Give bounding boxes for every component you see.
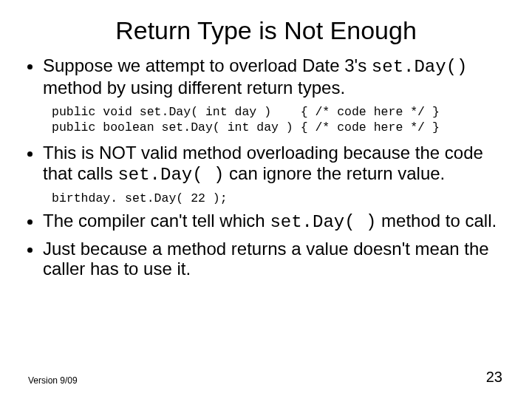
bullet-1-text-b: method by using different return types. <box>43 78 345 98</box>
code1-line2: public boolean set.Day( int day ) { /* c… <box>52 120 440 134</box>
slide-title: Return Type is Not Enough <box>28 16 504 45</box>
code2-line1: birthday. set.Day( 22 ); <box>52 191 228 205</box>
bullet-3-code: set.Day( ) <box>270 212 376 232</box>
bullet-1-code: set.Day() <box>372 57 468 77</box>
bullet-3: The compiler can't tell which set.Day( )… <box>43 211 504 233</box>
slide: Return Type is Not Enough Suppose we att… <box>0 0 532 399</box>
footer-version: Version 9/09 <box>28 375 78 386</box>
bullet-1-text-a: Suppose we attempt to overload Date 3's <box>43 55 372 75</box>
bullet-2-text-b: can ignore the return value. <box>224 163 445 183</box>
bullet-1: Suppose we attempt to overload Date 3's … <box>43 55 504 98</box>
code-block-1: public void set.Day( int day ) { /* code… <box>52 105 504 135</box>
bullet-list-2: This is NOT valid method overloading bec… <box>28 143 504 185</box>
page-number: 23 <box>486 369 502 386</box>
bullet-list: Suppose we attempt to overload Date 3's … <box>28 55 504 98</box>
code1-line1: public void set.Day( int day ) { /* code… <box>52 105 440 119</box>
bullet-4: Just because a method returns a value do… <box>43 239 504 279</box>
bullet-list-3: The compiler can't tell which set.Day( )… <box>28 211 504 279</box>
bullet-3-text-b: method to call. <box>376 211 497 231</box>
code-block-2: birthday. set.Day( 22 ); <box>52 191 504 207</box>
bullet-2: This is NOT valid method overloading bec… <box>43 143 504 185</box>
bullet-3-text-a: The compiler can't tell which <box>43 211 270 231</box>
bullet-2-code: set.Day( ) <box>117 165 224 185</box>
